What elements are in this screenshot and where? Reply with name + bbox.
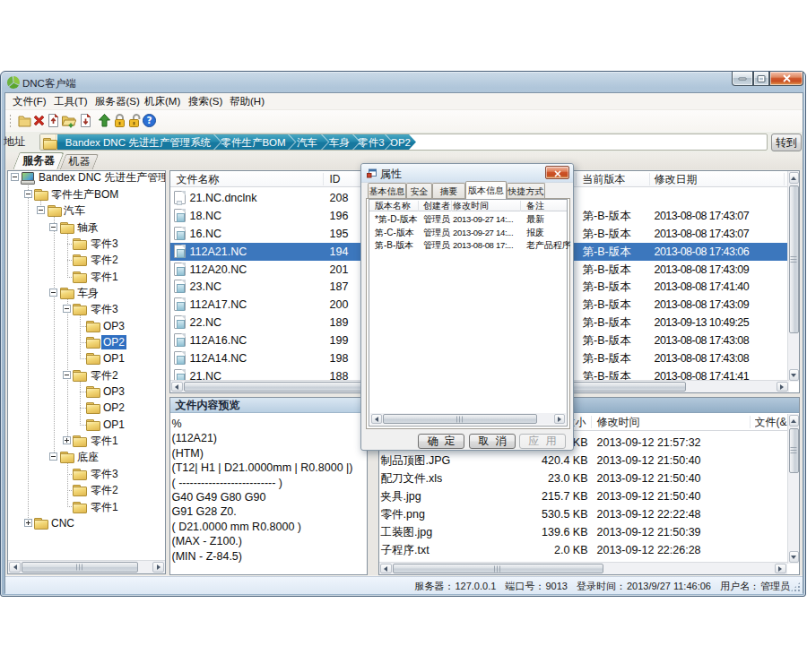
toolbar-delete-icon[interactable] <box>31 113 47 128</box>
scroll-left-button[interactable] <box>9 562 21 573</box>
related-file-row[interactable]: 制品顶图.JPG 420.4 KB 2013-09-12 21:50:40 <box>379 452 787 470</box>
scroll-left-button[interactable] <box>171 382 183 392</box>
apply-button[interactable]: 应用 <box>519 434 566 449</box>
column-remark[interactable]: 备注 <box>526 200 544 211</box>
toolbar-open-folder-icon[interactable] <box>61 113 76 128</box>
tree-item-label[interactable]: 零件2 <box>89 368 120 383</box>
toolbar-unlock-icon[interactable] <box>127 113 143 128</box>
scroll-down-button[interactable] <box>789 551 799 563</box>
column-creator[interactable]: 创建者 <box>423 200 450 211</box>
related-file-row[interactable]: 夹具.jpg 215.7 KB 2013-09-12 21:50:40 <box>379 487 787 505</box>
scroll-up-button[interactable] <box>789 172 799 184</box>
dialog-close-button[interactable] <box>545 166 569 179</box>
tree-hscrollbar[interactable] <box>8 560 165 573</box>
scroll-down-button[interactable] <box>789 369 799 381</box>
tree-item-label[interactable]: 零件3 <box>89 467 120 481</box>
tree-collapse-toggle[interactable] <box>63 371 71 379</box>
tree-item-label[interactable]: 轴承 <box>75 220 100 235</box>
menu-file[interactable]: 文件(F) <box>13 93 47 110</box>
tree-collapse-toggle[interactable] <box>49 223 57 231</box>
title-bar[interactable]: DNC客户端 <box>1 72 805 93</box>
file-list-vscrollbar[interactable] <box>787 171 799 382</box>
tree-item-label[interactable]: Bandex DNC 先进生产管理系统 <box>37 171 165 185</box>
version-table-hscrollbar[interactable] <box>370 413 566 425</box>
scroll-up-button[interactable] <box>789 415 799 426</box>
column-separator[interactable] <box>418 201 419 211</box>
tree-item-label[interactable]: OP1 <box>101 418 126 432</box>
column-separator[interactable] <box>649 173 650 185</box>
version-row[interactable]: *第-D-版本 管理员 2013-09-27 14:... 最新 <box>369 213 567 226</box>
menu-machine[interactable]: 机床(M) <box>144 93 180 110</box>
scroll-right-button[interactable] <box>554 414 565 424</box>
tree-item-label[interactable]: 零件1 <box>89 270 120 284</box>
tree-collapse-toggle[interactable] <box>49 289 57 297</box>
menu-help[interactable]: 帮助(H) <box>230 93 265 110</box>
toolbar-grip[interactable] <box>9 114 12 127</box>
tree-item-label[interactable]: OP3 <box>101 384 126 399</box>
tree-collapse-toggle[interactable] <box>24 190 32 198</box>
tree-item-label[interactable]: 底座 <box>75 450 100 464</box>
column-separator[interactable] <box>591 416 592 428</box>
tree-item-label[interactable]: 车身 <box>75 286 100 300</box>
column-name[interactable]: 文件名称 <box>177 171 220 187</box>
toolbar-lock-icon[interactable] <box>112 113 127 128</box>
tree-item-label[interactable]: OP3 <box>101 319 126 333</box>
tree-item-label[interactable]: OP2 <box>101 335 126 349</box>
related-files-vscrollbar[interactable] <box>787 414 799 564</box>
tree-item-label[interactable]: 零件2 <box>89 253 120 267</box>
related-file-row[interactable]: 工装图.jpg 139.6 KB 2013-09-12 21:50:39 <box>379 523 787 541</box>
scroll-right-button[interactable] <box>775 564 786 573</box>
scroll-thumb[interactable] <box>789 185 799 333</box>
tree-collapse-toggle[interactable] <box>63 305 71 313</box>
toolbar-new-folder-icon[interactable] <box>17 113 32 128</box>
related-file-row[interactable]: 零件.png 530.5 KB 2013-09-12 22:22:48 <box>379 505 787 523</box>
toolbar-checkin-file-icon[interactable] <box>46 113 61 128</box>
close-button[interactable] <box>769 72 803 86</box>
related-files-hscrollbar[interactable] <box>379 562 787 574</box>
tree-item-label[interactable]: 零件2 <box>89 483 120 497</box>
menu-search[interactable]: 搜索(S) <box>188 93 222 110</box>
scroll-left-button[interactable] <box>371 414 382 424</box>
related-file-row[interactable]: 子程序.txt 2.0 KB 2013-09-12 22:26:28 <box>379 541 787 559</box>
menu-tools[interactable]: 工具(T) <box>54 93 88 110</box>
tree-item-label[interactable]: OP1 <box>101 351 126 366</box>
minimize-button[interactable] <box>732 72 753 86</box>
breadcrumb-segment-bom[interactable]: 零件生产BOM <box>213 134 295 150</box>
column-version[interactable]: 版本名称 <box>375 200 411 211</box>
tree-item-label[interactable]: OP2 <box>101 401 126 415</box>
tab-server[interactable]: 服务器 <box>16 152 61 169</box>
column-id[interactable]: ID <box>330 171 341 187</box>
column-time[interactable]: 修改时间 <box>453 200 489 211</box>
version-row[interactable]: 第-C-版本 管理员 2013-09-27 14:... 报废 <box>369 227 567 239</box>
tree-item-label[interactable]: 汽车 <box>62 203 87 218</box>
toolbar-help-icon[interactable]: ? <box>142 113 157 128</box>
toolbar-upload-icon[interactable] <box>97 113 112 128</box>
breadcrumb-segment-root[interactable]: Bandex DNC 先进生产管理系统 <box>57 134 221 150</box>
cancel-button[interactable]: 取消 <box>469 434 516 449</box>
tree-collapse-toggle[interactable] <box>11 173 19 181</box>
column-file[interactable]: 文件(&F) <box>755 413 789 431</box>
column-modified[interactable]: 修改时间 <box>597 413 640 431</box>
scroll-right-button[interactable] <box>152 562 164 573</box>
scroll-thumb[interactable] <box>393 564 603 573</box>
column-separator[interactable] <box>520 201 521 211</box>
column-separator[interactable] <box>323 173 324 185</box>
column-separator[interactable] <box>451 201 452 211</box>
dialog-tab-security[interactable]: 安全 <box>406 183 432 198</box>
tree-expand-toggle[interactable] <box>63 436 71 444</box>
toolbar-checkout-file-icon[interactable] <box>78 113 93 128</box>
tree-collapse-toggle[interactable] <box>37 206 45 214</box>
column-separator[interactable] <box>750 416 751 428</box>
dialog-tab-shortcut[interactable]: 快捷方式 <box>507 183 545 198</box>
tree-item-label[interactable]: 零件1 <box>89 434 120 448</box>
tree-item-label[interactable]: 零件3 <box>89 237 120 251</box>
scroll-thumb[interactable] <box>22 562 138 573</box>
scroll-thumb[interactable] <box>383 414 537 424</box>
dialog-tab-basic-info[interactable]: 基本信息 <box>368 183 406 198</box>
go-button[interactable]: 转到 <box>771 134 802 151</box>
dialog-tab-version-info[interactable]: 版本信息 <box>465 181 507 199</box>
dialog-title-bar[interactable]: 属性 <box>361 164 573 183</box>
related-file-row[interactable]: 配刀文件.xls 23.0 KB 2013-09-12 21:50:40 <box>379 470 787 487</box>
tree-collapse-toggle[interactable] <box>49 452 57 461</box>
scroll-left-button[interactable] <box>380 564 392 573</box>
